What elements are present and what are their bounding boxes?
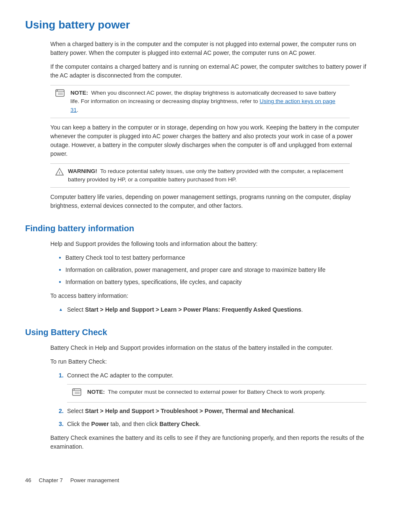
section-finding-battery: Help and Support provides the following … bbox=[50, 240, 366, 248]
heading-using-battery-check: Using Battery Check bbox=[25, 326, 375, 338]
note-icon-step1 bbox=[72, 388, 84, 399]
page-heading: Using battery power bbox=[25, 17, 375, 33]
warning-text-1: WARNING! To reduce potential safety issu… bbox=[68, 167, 345, 184]
warning-label-1: WARNING! bbox=[68, 168, 97, 174]
battery-check-para-1: Battery Check in Help and Support provid… bbox=[50, 343, 366, 352]
step-3-text: Click the Power tab, and then click Batt… bbox=[67, 421, 200, 427]
battery-check-steps: Connect the AC adapter to the computer. … bbox=[59, 371, 366, 429]
svg-text:✎: ✎ bbox=[56, 90, 57, 91]
footer-page-number: 46 bbox=[25, 477, 31, 483]
page-footer: 46 Chapter 7 Power management bbox=[25, 476, 375, 485]
para-3: You can keep a battery in the computer o… bbox=[50, 123, 366, 158]
step-2-text: Select Start > Help and Support > Troubl… bbox=[67, 408, 295, 414]
step-2: Select Start > Help and Support > Troubl… bbox=[59, 407, 366, 416]
battery-triangle-list: Select Start > Help and Support > Learn … bbox=[59, 305, 366, 314]
heading-finding-battery: Finding battery information bbox=[25, 222, 375, 235]
triangle-list-item: Select Start > Help and Support > Learn … bbox=[59, 305, 366, 314]
section-using-battery-p3: Computer battery life varies, depending … bbox=[50, 193, 366, 210]
battery-check-para-2: To run Battery Check: bbox=[50, 357, 366, 366]
list-item: Battery Check tool to test battery perfo… bbox=[59, 253, 366, 262]
note-body-step1: The computer must be connected to extern… bbox=[108, 389, 325, 395]
warning-box-1: ! WARNING! To reduce potential safety is… bbox=[50, 163, 350, 188]
step-3: Click the Power tab, and then click Batt… bbox=[59, 420, 366, 429]
para-1: When a charged battery is in the compute… bbox=[50, 40, 366, 57]
list-item: Information on battery types, specificat… bbox=[59, 278, 366, 287]
battery-bullet-list: Battery Check tool to test battery perfo… bbox=[59, 253, 366, 287]
note-box-step1: NOTE: The computer must be connected to … bbox=[67, 384, 366, 403]
note-body-1: When you disconnect AC power, the displa… bbox=[70, 90, 336, 113]
footer-chapter: Chapter 7 bbox=[39, 477, 63, 483]
section-using-battery: When a charged battery is in the compute… bbox=[50, 40, 366, 80]
note-box-1: ✎ NOTE: When you disconnect AC power, th… bbox=[50, 85, 350, 118]
list-item: Information on calibration, power manage… bbox=[59, 266, 366, 274]
note-label-1: NOTE: bbox=[70, 90, 88, 96]
note-text-step1: NOTE: The computer must be connected to … bbox=[87, 388, 325, 396]
section-battery-check: Battery Check in Help and Support provid… bbox=[50, 343, 366, 366]
svg-text:!: ! bbox=[59, 171, 60, 175]
warning-triangle-icon: ! bbox=[55, 168, 65, 178]
battery-check-closing-container: Battery Check examines the battery and i… bbox=[50, 434, 366, 451]
access-text-container: To access battery information: bbox=[50, 292, 366, 300]
note-icon: ✎ bbox=[55, 89, 67, 100]
footer-section: Power management bbox=[70, 477, 119, 483]
battery-check-closing: Battery Check examines the battery and i… bbox=[50, 434, 366, 451]
access-text: To access battery information: bbox=[50, 292, 366, 300]
para-4: Computer battery life varies, depending … bbox=[50, 193, 366, 210]
note-link-1[interactable]: Using the action keys on page 31 bbox=[70, 98, 335, 113]
step-1-text: Connect the AC adapter to the computer. bbox=[67, 372, 174, 379]
note-label-step1: NOTE: bbox=[87, 389, 105, 395]
warning-body-1: To reduce potential safety issues, use o… bbox=[68, 168, 343, 183]
note-text-1: NOTE: When you disconnect AC power, the … bbox=[70, 89, 345, 114]
finding-intro: Help and Support provides the following … bbox=[50, 240, 366, 248]
para-2: If the computer contains a charged batte… bbox=[50, 62, 366, 80]
step-1: Connect the AC adapter to the computer. … bbox=[59, 371, 366, 403]
section-using-battery-p2: You can keep a battery in the computer o… bbox=[50, 123, 366, 158]
